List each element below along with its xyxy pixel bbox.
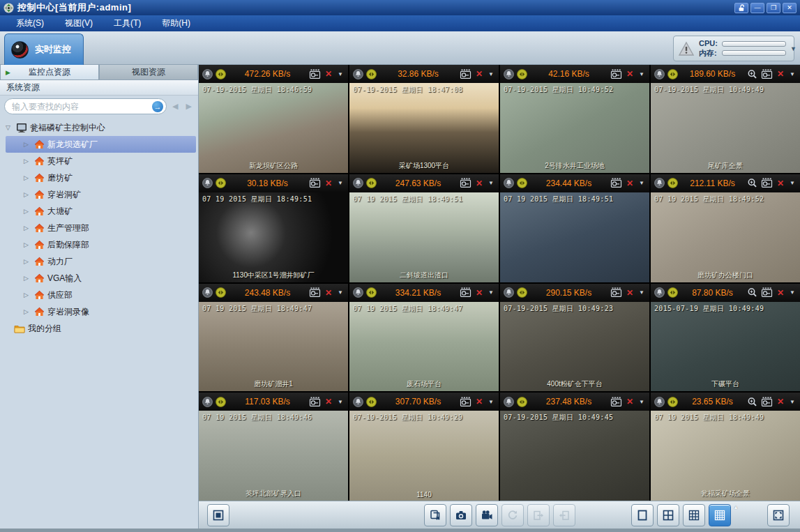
video-cell-8[interactable]: 243.48 KB/s✕▼07 19 2015 星期日 18:49:47磨坊矿溜… xyxy=(199,284,348,392)
tree-caret-icon[interactable]: ▷ xyxy=(24,225,31,231)
stream-dropdown-icon[interactable]: ▼ xyxy=(637,71,646,77)
bell-icon[interactable] xyxy=(654,397,665,407)
video-feed[interactable]: 07 19 2015 星期日 18:49:511130中采区1号溜井卸矿厂 xyxy=(199,192,348,282)
video-cell-11[interactable]: 87.80 KB/s✕▼2015-07-19 星期日 10:49:49下碾平台 xyxy=(651,284,800,392)
tree-item-5[interactable]: ▷生产管理部 xyxy=(0,220,198,236)
record-film-icon[interactable] xyxy=(309,178,321,188)
stream-dropdown-icon[interactable]: ▼ xyxy=(788,180,797,186)
stream-dropdown-icon[interactable]: ▼ xyxy=(487,71,495,77)
tree-item-2[interactable]: ▷磨坊矿 xyxy=(0,169,198,186)
stream-dropdown-icon[interactable]: ▼ xyxy=(487,399,495,405)
ptz-icon[interactable] xyxy=(667,397,678,407)
record-film-icon[interactable] xyxy=(761,69,773,79)
close-stream-icon[interactable]: ✕ xyxy=(324,69,333,79)
search-go-icon[interactable]: → xyxy=(152,101,163,112)
tree-item-3[interactable]: ▷穿岩洞矿 xyxy=(0,186,198,203)
ptz-icon[interactable] xyxy=(366,178,377,188)
video-cell-7[interactable]: 212.11 KB/s✕▼07 19 2015 星期日 18:49:52磨坊矿办… xyxy=(651,174,800,282)
bell-icon[interactable] xyxy=(202,287,213,298)
ptz-icon[interactable] xyxy=(366,287,377,298)
stream-dropdown-icon[interactable]: ▼ xyxy=(788,289,797,296)
tree-caret-icon[interactable]: ▷ xyxy=(24,141,31,148)
video-cell-10[interactable]: 290.15 KB/s✕▼07-19-2015 星期日 10:49:23400t… xyxy=(500,284,649,392)
video-feed[interactable]: 07-19-2015 星期日 10:49:291140 xyxy=(349,411,499,501)
video-feed[interactable]: 07-19-2015 星期日 10:49:522号排水井工业场地 xyxy=(500,83,649,173)
record-film-icon[interactable] xyxy=(460,397,471,407)
tree-caret-icon[interactable]: ▷ xyxy=(24,275,31,282)
video-cell-14[interactable]: 237.48 KB/s✕▼07-19-2015 星期日 10:49:45 xyxy=(500,393,649,501)
video-cell-0[interactable]: 472.26 KB/s✕▼07-19-2015 星期日 18:46:59新龙坝矿… xyxy=(199,65,348,173)
zoom-tool-icon[interactable] xyxy=(747,178,758,188)
resource-tab-0[interactable]: ▶监控点资源 xyxy=(0,65,99,80)
layout-9-button[interactable] xyxy=(683,504,705,526)
video-feed[interactable]: 07-19-2015 星期日 10:49:23400t粉矿仓下平台 xyxy=(500,302,649,392)
search-input[interactable] xyxy=(12,102,152,112)
stream-dropdown-icon[interactable]: ▼ xyxy=(637,180,646,186)
record-film-icon[interactable] xyxy=(761,287,773,298)
ptz-icon[interactable] xyxy=(517,397,527,407)
video-cell-4[interactable]: 30.18 KB/s✕▼07 19 2015 星期日 18:49:511130中… xyxy=(199,174,348,282)
resource-tab-1[interactable]: 视图资源 xyxy=(99,65,198,80)
unlock-button[interactable] xyxy=(734,3,748,13)
search-next-icon[interactable]: ▶ xyxy=(184,102,194,111)
bell-icon[interactable] xyxy=(353,397,363,407)
record-film-icon[interactable] xyxy=(309,69,321,79)
system-resource-header[interactable]: 系统资源 xyxy=(0,80,198,96)
stream-dropdown-icon[interactable]: ▼ xyxy=(788,71,797,77)
tree-root-control-center[interactable]: ▽瓮福磷矿主控制中心 xyxy=(0,119,198,136)
ptz-icon[interactable] xyxy=(667,69,678,79)
layout-16-button[interactable] xyxy=(709,504,731,526)
video-cell-6[interactable]: 234.44 KB/s✕▼07 19 2015 星期日 18:49:51 xyxy=(500,174,649,282)
close-stream-icon[interactable]: ✕ xyxy=(776,288,785,298)
video-feed[interactable]: 07 19 2015 星期日 18:49:52磨坊矿办公楼门口 xyxy=(651,192,800,282)
record-film-icon[interactable] xyxy=(460,287,471,298)
zoom-tool-icon[interactable] xyxy=(747,397,758,407)
close-stream-icon[interactable]: ✕ xyxy=(324,288,333,298)
stream-dropdown-icon[interactable]: ▼ xyxy=(487,289,495,296)
stream-dropdown-icon[interactable]: ▼ xyxy=(336,289,345,296)
close-stream-icon[interactable]: ✕ xyxy=(625,178,635,188)
tree-caret-icon[interactable]: ▽ xyxy=(6,124,13,131)
close-stream-icon[interactable]: ✕ xyxy=(474,69,484,79)
close-stream-icon[interactable]: ✕ xyxy=(776,178,785,188)
stream-dropdown-icon[interactable]: ▼ xyxy=(637,289,646,296)
video-feed[interactable]: 07 19 2015 星期日 18:49:51二斜坡道出渣口 xyxy=(349,192,499,282)
video-cell-3[interactable]: 189.60 KB/s✕▼07-19-2015 星期日 10:49:49尾矿库全… xyxy=(651,65,800,173)
tree-item-9[interactable]: ▷供应部 xyxy=(0,287,198,303)
tree-item-4[interactable]: ▷大塘矿 xyxy=(0,203,198,220)
bell-icon[interactable] xyxy=(202,178,213,188)
tree-item-10[interactable]: ▷穿岩洞录像 xyxy=(0,303,198,320)
tree-caret-icon[interactable]: ▷ xyxy=(24,258,31,265)
close-stream-icon[interactable]: ✕ xyxy=(625,397,635,406)
close-stream-icon[interactable]: ✕ xyxy=(474,288,484,298)
ptz-icon[interactable] xyxy=(366,397,377,407)
stream-dropdown-icon[interactable]: ▼ xyxy=(487,180,495,186)
video-feed[interactable]: 07-19-2015 星期日 18:46:59新龙坝矿区公路 xyxy=(199,83,348,173)
bell-icon[interactable] xyxy=(504,287,514,298)
record-film-icon[interactable] xyxy=(309,397,321,407)
tree-item-8[interactable]: ▷VGA输入 xyxy=(0,270,198,287)
ptz-icon[interactable] xyxy=(517,178,527,188)
stream-dropdown-icon[interactable]: ▼ xyxy=(336,180,345,186)
close-all-button[interactable] xyxy=(424,504,446,526)
close-stream-icon[interactable]: ✕ xyxy=(324,178,333,188)
video-cell-1[interactable]: 32.86 KB/s✕▼07-19-2015 星期日 18:47:08采矿场13… xyxy=(349,65,499,173)
tree-caret-icon[interactable]: ▷ xyxy=(24,191,31,198)
bell-icon[interactable] xyxy=(353,287,363,298)
fullscreen-button[interactable] xyxy=(767,504,790,526)
video-cell-2[interactable]: 42.16 KB/s✕▼07-19-2015 星期日 10:49:522号排水井… xyxy=(500,65,649,173)
ptz-icon[interactable] xyxy=(366,69,377,79)
ptz-icon[interactable] xyxy=(216,397,226,407)
video-feed[interactable]: 07 19 2015 星期日 18:49:47废石场平台 xyxy=(349,302,499,392)
zoom-tool-icon[interactable] xyxy=(747,69,758,79)
menu-item-0[interactable]: 系统(S) xyxy=(6,15,54,31)
record-film-icon[interactable] xyxy=(761,178,773,188)
ptz-icon[interactable] xyxy=(667,178,678,188)
menu-item-1[interactable]: 视图(V) xyxy=(54,15,103,31)
bell-icon[interactable] xyxy=(202,69,213,79)
bell-icon[interactable] xyxy=(654,69,665,79)
tree-caret-icon[interactable]: ▷ xyxy=(24,174,31,181)
close-stream-icon[interactable]: ✕ xyxy=(324,397,333,406)
tree-caret-icon[interactable]: ▷ xyxy=(24,208,31,215)
close-stream-icon[interactable]: ✕ xyxy=(625,288,635,298)
